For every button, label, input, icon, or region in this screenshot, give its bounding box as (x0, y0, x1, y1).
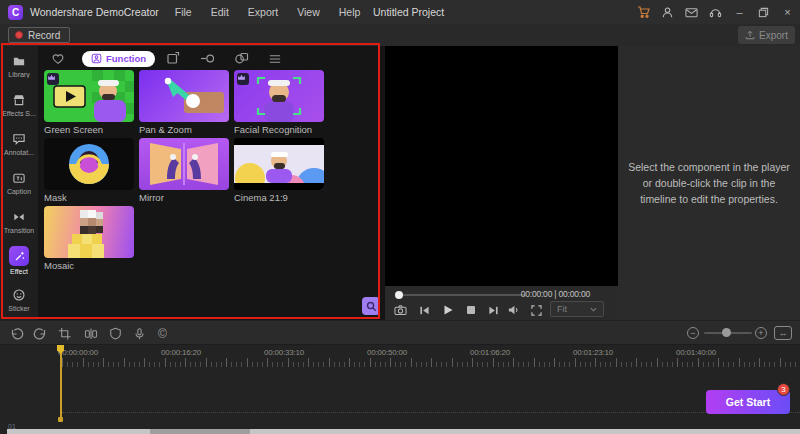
notification-badge: 3 (777, 383, 790, 396)
effect-thumbnail[interactable] (234, 70, 324, 122)
seek-handle[interactable] (395, 291, 403, 299)
menu-bar: File Edit Export View Help (175, 6, 361, 18)
support-headset-icon[interactable] (708, 4, 723, 20)
sidebar-item-caption[interactable]: Caption (0, 163, 38, 202)
next-frame-button[interactable] (486, 303, 501, 317)
ruler-label: 00:00:16:20 (141, 348, 221, 357)
effect-label: Pan & Zoom (139, 124, 229, 136)
properties-placeholder-panel: Select the component in the player or do… (618, 46, 800, 320)
menu-export[interactable]: Export (248, 6, 278, 18)
get-start-button[interactable]: Get Start (706, 390, 790, 414)
horizontal-scrollbar[interactable] (0, 429, 800, 434)
menu-help[interactable]: Help (339, 6, 361, 18)
player-preview[interactable] (385, 46, 618, 286)
library-icon (11, 53, 27, 69)
close-button[interactable]: × (780, 4, 795, 20)
menu-view[interactable]: View (297, 6, 320, 18)
mail-icon[interactable] (684, 4, 699, 20)
placeholder-message: Select the component in the player or do… (625, 159, 793, 208)
time-display: 00:00:00 | 00:00:00 (521, 289, 590, 299)
record-label: Record (28, 30, 60, 41)
crop-button[interactable] (56, 325, 73, 342)
effect-thumbnail[interactable] (139, 138, 229, 190)
transition-icon (11, 209, 27, 225)
zoom-out-button[interactable]: − (687, 327, 699, 339)
sidebar-item-effect[interactable]: Effect (0, 241, 38, 280)
sidebar-item-label: Annotat... (4, 149, 34, 156)
tab-transform-icon[interactable] (165, 51, 181, 67)
effect-thumbnail[interactable] (44, 138, 134, 190)
menu-edit[interactable]: Edit (211, 6, 229, 18)
account-icon[interactable] (660, 4, 675, 20)
timeline[interactable]: 00:00:00:00 00:00:16:20 00:00:33:10 00:0… (0, 345, 800, 429)
timeline-zoom-handle[interactable] (722, 328, 731, 337)
undo-button[interactable] (8, 325, 25, 342)
fullscreen-button[interactable] (529, 303, 544, 317)
record-button[interactable]: Record (8, 27, 70, 43)
window-controls: – × (636, 0, 795, 24)
sidebar-item-label: Caption (7, 188, 31, 195)
previous-frame-button[interactable] (417, 303, 432, 317)
effect-card-pan-zoom[interactable]: Pan & Zoom (139, 70, 229, 136)
favorites-heart-icon[interactable] (50, 51, 66, 67)
effect-label: Mirror (139, 192, 229, 204)
sidebar-item-sticker[interactable]: Sticker (0, 280, 38, 319)
fit-timeline-button[interactable]: ↔ (774, 326, 792, 340)
effect-thumbnail[interactable] (234, 138, 324, 190)
sidebar-item-transition[interactable]: Transition (0, 202, 38, 241)
menu-file[interactable]: File (175, 6, 192, 18)
search-button[interactable] (362, 297, 380, 315)
export-button[interactable]: Export (738, 26, 795, 44)
redo-button[interactable] (31, 325, 48, 342)
tab-blend-icon[interactable] (233, 51, 249, 67)
effect-card-cinema[interactable]: Cinema 21:9 (234, 138, 324, 204)
minimize-button[interactable]: – (732, 4, 747, 20)
fit-zoom-dropdown[interactable]: Fit (550, 301, 604, 317)
effect-card-mask[interactable]: Mask (44, 138, 134, 204)
premium-crown-badge (47, 73, 59, 85)
effects-tabbar: Function (50, 50, 283, 67)
microphone-button[interactable] (131, 325, 148, 342)
timeline-ruler-ticks[interactable] (62, 358, 800, 367)
shield-denoise-button[interactable] (107, 325, 124, 342)
effect-label: Facial Recognition (234, 124, 324, 136)
playhead[interactable] (60, 345, 62, 419)
play-button[interactable] (440, 303, 455, 317)
effect-card-mosaic[interactable]: Mosaic (44, 206, 134, 272)
maximize-button[interactable] (756, 4, 771, 20)
copyright-watermark-button[interactable]: © (154, 325, 171, 342)
cart-icon[interactable] (636, 4, 651, 20)
zoom-in-button[interactable]: + (755, 327, 767, 339)
effect-thumbnail[interactable] (44, 206, 134, 258)
sidebar-item-label: Effects S... (2, 110, 36, 117)
sidebar-item-label: Sticker (8, 305, 29, 312)
track-number-label: 01 (8, 423, 16, 430)
effect-card-green-screen[interactable]: Green Screen (44, 70, 134, 136)
tab-function[interactable]: Function (82, 51, 155, 67)
sidebar-item-label: Library (8, 71, 29, 78)
sidebar-item-effects-store[interactable]: Effects S... (0, 85, 38, 124)
sidebar-item-library[interactable]: Library (0, 46, 38, 85)
seek-track[interactable] (398, 294, 526, 296)
snapshot-camera-button[interactable] (393, 303, 408, 317)
effect-card-facial-recognition[interactable]: Facial Recognition (234, 70, 324, 136)
scrollbar-thumb[interactable] (150, 429, 250, 434)
playhead-foot (58, 417, 63, 422)
effect-thumbnail[interactable] (139, 70, 229, 122)
split-button[interactable] (82, 325, 99, 342)
effect-label: Mask (44, 192, 134, 204)
ruler-label: 00:01:06:20 (450, 348, 530, 357)
titlebar: C Wondershare DemoCreator File Edit Expo… (0, 0, 800, 24)
effects-grid: Green Screen Pan & Zoom (44, 70, 324, 272)
stop-button[interactable] (463, 303, 478, 317)
ruler-label: 00:00:33:10 (244, 348, 324, 357)
volume-button[interactable] (506, 303, 521, 317)
annotation-icon (11, 131, 27, 147)
tab-list-menu-icon[interactable] (267, 51, 283, 67)
effect-label: Mosaic (44, 260, 134, 272)
tab-keyframe-icon[interactable] (199, 51, 215, 67)
effect-card-mirror[interactable]: Mirror (139, 138, 229, 204)
sidebar-item-annotation[interactable]: Annotat... (0, 124, 38, 163)
scrollbar-cap (0, 429, 7, 434)
effect-thumbnail[interactable] (44, 70, 134, 122)
